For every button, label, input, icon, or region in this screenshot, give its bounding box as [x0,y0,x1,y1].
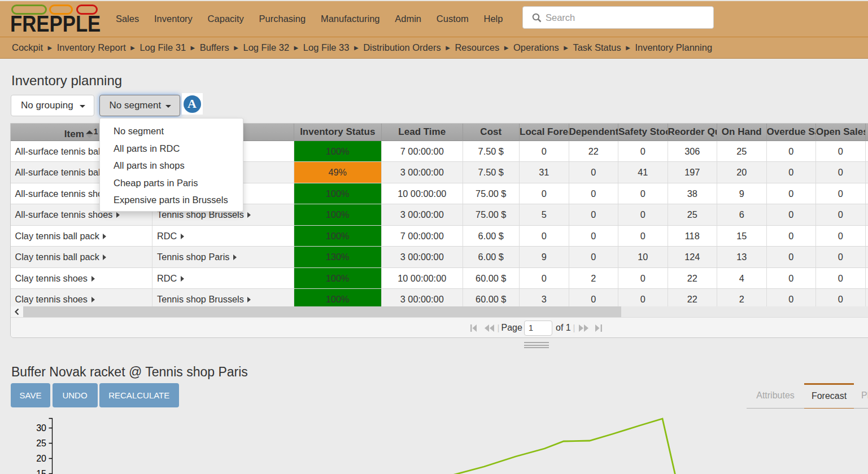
svg-text:20: 20 [36,454,46,463]
svg-text:25: 25 [36,438,46,448]
svg-text:15: 15 [36,469,46,474]
svg-text:30: 30 [36,423,46,433]
